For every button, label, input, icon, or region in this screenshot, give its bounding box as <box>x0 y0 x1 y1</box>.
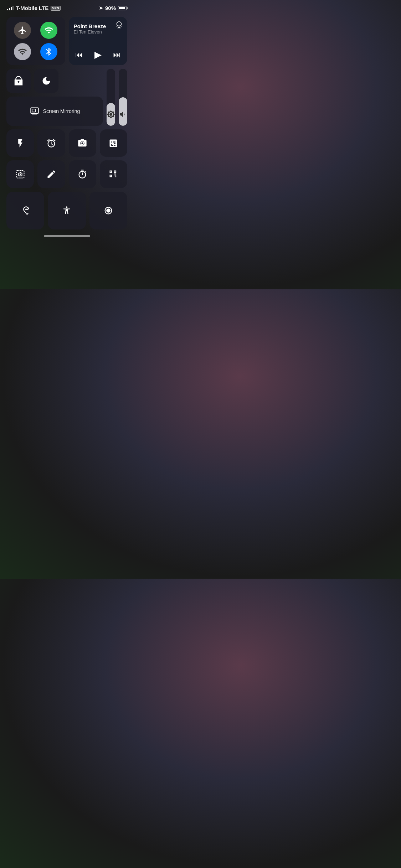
connectivity-tile <box>6 17 65 65</box>
svg-point-5 <box>66 206 68 208</box>
timer-icon <box>77 169 87 179</box>
flashlight-icon <box>15 138 25 148</box>
rotation-lock-icon <box>13 76 24 86</box>
sun-icon <box>107 110 115 119</box>
volume-icon <box>119 110 127 121</box>
volume-slider[interactable] <box>119 69 127 126</box>
battery-icon <box>118 6 127 10</box>
signal-bar-2 <box>9 8 10 10</box>
camera-icon <box>77 138 87 148</box>
cellular-icon <box>44 26 53 35</box>
svg-rect-0 <box>32 109 35 112</box>
airplane-icon <box>18 26 27 35</box>
do-not-disturb-button[interactable] <box>34 69 58 93</box>
control-center: Point Breeze El Ten Eleven ⏮ ▶ ⏭ <box>0 14 134 229</box>
airplay-svg <box>115 21 123 29</box>
hearing-button[interactable] <box>6 192 44 229</box>
status-right: ➤ 90% <box>99 5 127 11</box>
rewind-button[interactable]: ⏮ <box>75 50 83 60</box>
calculator-icon <box>108 138 118 148</box>
airplay-icon <box>115 21 123 31</box>
fast-forward-button[interactable]: ⏭ <box>113 50 121 60</box>
vpn-badge: VPN <box>51 6 61 11</box>
utility-row-2 <box>6 160 127 188</box>
notes-button[interactable] <box>37 160 65 188</box>
battery-fill <box>119 7 125 9</box>
hearing-icon <box>20 206 30 216</box>
sliders-section <box>107 69 127 126</box>
screen-mirroring-label: Screen Mirroring <box>43 108 80 114</box>
alarm-clock-icon <box>46 138 56 148</box>
screen-mirroring-button[interactable]: Screen Mirroring <box>6 97 103 126</box>
camera-button[interactable] <box>69 129 96 157</box>
calculator-button[interactable] <box>100 129 127 157</box>
rotation-lock-button[interactable] <box>6 69 31 93</box>
wifi-icon <box>18 47 27 56</box>
play-button[interactable]: ▶ <box>94 49 102 60</box>
battery-percent: 90% <box>105 5 116 11</box>
accessibility-icon <box>62 206 72 216</box>
accessibility-button[interactable] <box>48 192 86 229</box>
screen-lock-icon <box>15 169 25 179</box>
bluetooth-icon <box>44 47 53 56</box>
cellular-button[interactable] <box>40 22 57 39</box>
second-section: Screen Mirroring <box>6 69 127 126</box>
signal-bar-4 <box>12 6 14 10</box>
moon-icon <box>41 76 51 86</box>
svg-point-1 <box>81 142 83 144</box>
screen-mirror-icon <box>30 106 40 116</box>
alarm-clock-button[interactable] <box>37 129 65 157</box>
toggle-row <box>6 69 103 93</box>
home-indicator <box>44 235 90 237</box>
brightness-icon <box>107 110 115 121</box>
utility-row-3 <box>6 192 127 229</box>
status-left: T-Mobile LTE VPN <box>7 5 61 11</box>
utility-row-1 <box>6 129 127 157</box>
signal-bar-3 <box>11 7 12 10</box>
qr-scanner-button[interactable] <box>100 160 127 188</box>
svg-point-4 <box>20 174 21 175</box>
screen-lock-button[interactable] <box>6 160 34 188</box>
screen-record-icon <box>103 206 113 216</box>
bluetooth-button[interactable] <box>40 43 57 60</box>
playback-controls: ⏮ ▶ ⏭ <box>74 49 123 60</box>
screen-record-button[interactable] <box>89 192 127 229</box>
top-row: Point Breeze El Ten Eleven ⏮ ▶ ⏭ <box>6 17 127 65</box>
battery-body <box>118 6 127 10</box>
signal-bar-1 <box>7 9 8 10</box>
airplane-mode-button[interactable] <box>14 22 31 39</box>
location-icon: ➤ <box>99 5 103 11</box>
svg-point-7 <box>106 208 110 213</box>
signal-bars <box>7 6 14 10</box>
carrier-label: T-Mobile LTE <box>16 5 48 11</box>
now-playing-tile[interactable]: Point Breeze El Ten Eleven ⏮ ▶ ⏭ <box>69 17 128 65</box>
notes-icon <box>46 169 56 179</box>
brightness-slider[interactable] <box>107 69 115 126</box>
speaker-icon <box>119 110 127 119</box>
timer-button[interactable] <box>69 160 96 188</box>
qr-scanner-icon <box>108 169 118 179</box>
flashlight-button[interactable] <box>6 129 34 157</box>
wifi-button[interactable] <box>14 43 31 60</box>
left-column: Screen Mirroring <box>6 69 103 126</box>
status-bar: T-Mobile LTE VPN ➤ 90% <box>0 0 134 14</box>
